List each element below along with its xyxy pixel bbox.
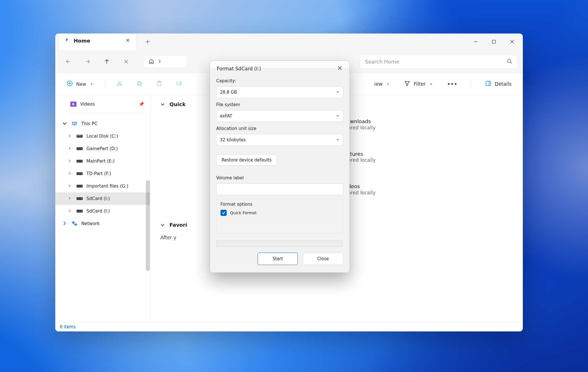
chevron-right-icon: [158, 59, 161, 64]
svg-rect-27: [177, 82, 181, 85]
more-icon: •••: [447, 81, 458, 87]
details-button[interactable]: Details: [482, 79, 514, 89]
more-button[interactable]: •••: [444, 80, 460, 89]
cut-button[interactable]: [114, 79, 126, 89]
sidebar-label: SdCard (I:): [86, 196, 110, 201]
sidebar-item-drive[interactable]: SdCard (I:): [55, 205, 150, 217]
section-quick-access[interactable]: Quick: [160, 101, 217, 107]
tab-home[interactable]: Home: [59, 33, 136, 50]
allocation-unit-label: Allocation unit size: [216, 126, 343, 131]
plus-circle-icon: [67, 80, 73, 88]
chevron-right-icon: [67, 172, 73, 176]
copy-button[interactable]: [133, 79, 145, 89]
rename-icon: [176, 80, 182, 88]
tab-label: Home: [74, 38, 90, 44]
new-button[interactable]: New ▾: [64, 79, 95, 89]
tab-close-icon[interactable]: [126, 38, 130, 43]
nav-back-button[interactable]: [60, 55, 76, 68]
section-heading: Favori: [169, 222, 187, 228]
svg-point-48: [82, 198, 82, 199]
sidebar-scrollbar[interactable]: [146, 180, 150, 311]
svg-rect-23: [137, 81, 141, 85]
svg-rect-52: [75, 224, 77, 226]
file-system-select[interactable]: exFAT: [216, 110, 343, 122]
chevron-down-icon: [160, 223, 165, 227]
allocation-unit-select[interactable]: 32 kilobytes: [216, 134, 343, 146]
network-icon: [71, 221, 78, 226]
window-minimize-button[interactable]: [467, 35, 485, 48]
home-icon: [65, 37, 69, 44]
allocation-unit-value: 32 kilobytes: [220, 137, 246, 142]
restore-defaults-button[interactable]: Restore device defaults: [216, 154, 277, 166]
nav-refresh-button[interactable]: [118, 55, 134, 68]
sd-card-icon: [76, 209, 83, 213]
sidebar-item-videos[interactable]: Videos 📌: [55, 98, 150, 110]
scrollbar-thumb[interactable]: [146, 180, 150, 271]
drive-icon: [76, 147, 83, 151]
sidebar-item-drive-selected[interactable]: SdCard (I:): [55, 192, 150, 205]
window-maximize-button[interactable]: [485, 35, 503, 48]
start-button[interactable]: Start: [258, 253, 298, 265]
section-favorites[interactable]: Favori: [160, 222, 217, 228]
section-heading: Quick: [169, 101, 186, 107]
paste-button[interactable]: [153, 79, 165, 89]
paste-icon: [156, 80, 162, 88]
chevron-right-icon: [67, 159, 73, 163]
format-progress-bar: [216, 240, 343, 247]
svg-point-40: [82, 148, 82, 149]
search-placeholder: Search Home: [365, 59, 399, 65]
volume-label-input[interactable]: [216, 183, 343, 195]
details-icon: [485, 80, 491, 88]
format-options-group: Format options Quick Format: [216, 199, 343, 233]
quick-format-label: Quick Format: [230, 211, 256, 215]
monitor-icon: [71, 121, 78, 126]
sidebar-item-network[interactable]: Network: [55, 217, 150, 230]
drive-icon: [76, 159, 83, 163]
chevron-down-icon: ▾: [91, 82, 92, 86]
dialog-close-button[interactable]: [336, 65, 344, 73]
svg-point-50: [82, 211, 82, 212]
sidebar-label: SdCard (I:): [86, 209, 110, 214]
window-close-button[interactable]: [503, 35, 521, 48]
sidebar-item-drive[interactable]: GamePart (D:): [55, 142, 150, 155]
copy-icon: [136, 80, 143, 88]
file-system-value: exFAT: [220, 114, 232, 119]
svg-point-38: [82, 136, 82, 137]
close-button[interactable]: Close: [303, 253, 343, 265]
search-icon: [507, 58, 512, 65]
chevron-right-icon: [61, 221, 68, 227]
nav-up-button[interactable]: [99, 55, 115, 68]
sidebar-item-drive[interactable]: MainPart (E:): [55, 155, 150, 167]
sidebar-item-drive[interactable]: Important files (G:): [55, 180, 150, 192]
sidebar-label: This PC: [81, 121, 97, 126]
sidebar-item-drive[interactable]: TD-Part (F:): [55, 167, 150, 180]
format-options-legend: Format options: [220, 202, 339, 207]
rename-button[interactable]: [173, 79, 185, 89]
svg-rect-24: [139, 83, 142, 86]
view-button[interactable]: iew▾: [372, 79, 392, 89]
item-count: 6 items: [60, 324, 76, 329]
nav-forward-button[interactable]: [80, 55, 95, 68]
sidebar-item-drive[interactable]: Local Disk (C:): [55, 130, 150, 142]
chevron-right-icon: [67, 197, 73, 201]
breadcrumb-bar[interactable]: [144, 55, 187, 68]
capacity-select[interactable]: 28.8 GB: [216, 86, 343, 98]
new-tab-button[interactable]: [143, 37, 153, 47]
sidebar-item-this-pc[interactable]: This PC: [55, 117, 150, 130]
sd-card-icon: [76, 197, 83, 201]
svg-point-44: [82, 173, 82, 174]
filter-icon: [404, 80, 410, 88]
chevron-right-icon: [67, 184, 73, 188]
chevron-down-icon: ▾: [387, 82, 389, 86]
filter-button[interactable]: Filter▾: [401, 79, 435, 89]
quick-format-checkbox[interactable]: Quick Format: [220, 210, 339, 216]
svg-rect-6: [493, 40, 496, 43]
chevron-down-icon: [336, 90, 339, 95]
svg-point-42: [82, 161, 82, 162]
drive-icon: [76, 134, 83, 138]
cut-icon: [116, 80, 123, 88]
sidebar-label: MainPart (E:): [86, 159, 115, 164]
search-input[interactable]: Search Home: [360, 55, 518, 69]
dialog-title: Format SdCard (I:): [217, 66, 261, 72]
videos-folder-icon: [70, 101, 77, 107]
